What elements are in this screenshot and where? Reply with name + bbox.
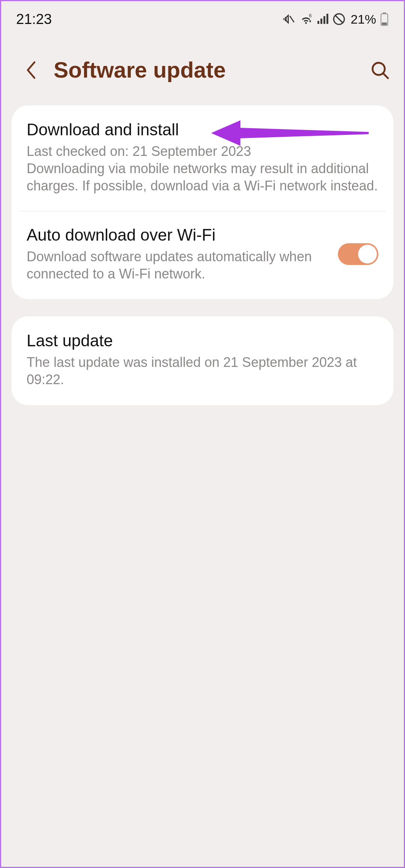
svg-line-0 (290, 16, 294, 22)
status-bar: 21:23 6 (1, 1, 404, 35)
svg-rect-2 (318, 21, 320, 24)
battery-icon (380, 12, 389, 26)
last-update-desc: The last update was installed on 21 Sept… (27, 354, 378, 388)
status-time: 21:23 (16, 11, 52, 27)
cell-signal-icon (317, 13, 329, 25)
page-header: Software update (1, 35, 404, 105)
svg-rect-5 (327, 14, 328, 24)
content-area: Download and install Last checked on: 21… (1, 105, 404, 405)
auto-download-item[interactable]: Auto download over Wi-Fi Download softwa… (12, 211, 393, 299)
last-update-title: Last update (27, 331, 378, 350)
update-settings-card: Download and install Last checked on: 21… (12, 105, 393, 299)
battery-percent: 21% (351, 12, 376, 27)
auto-download-title: Auto download over Wi-Fi (27, 226, 327, 244)
download-install-title: Download and install (27, 120, 378, 139)
svg-line-12 (384, 74, 388, 78)
back-icon[interactable] (24, 61, 39, 79)
svg-line-7 (335, 15, 343, 23)
auto-download-toggle[interactable] (338, 243, 378, 265)
auto-download-desc: Download software updates automatically … (27, 248, 327, 283)
vibrate-mute-icon (282, 13, 295, 25)
svg-rect-3 (321, 18, 322, 24)
svg-text:6: 6 (309, 13, 312, 18)
search-icon[interactable] (370, 60, 390, 80)
last-update-item[interactable]: Last update The last update was installe… (12, 316, 393, 405)
svg-rect-4 (324, 16, 326, 24)
do-not-disturb-icon (333, 13, 345, 25)
toggle-knob (358, 245, 377, 263)
download-install-desc: Last checked on: 21 September 2023 Downl… (27, 143, 378, 195)
page-title: Software update (54, 57, 355, 83)
download-install-item[interactable]: Download and install Last checked on: 21… (12, 105, 393, 211)
svg-rect-10 (382, 22, 387, 25)
status-icons: 6 21% (282, 12, 389, 27)
wifi-icon: 6 (299, 13, 313, 25)
last-update-card: Last update The last update was installe… (12, 316, 393, 405)
